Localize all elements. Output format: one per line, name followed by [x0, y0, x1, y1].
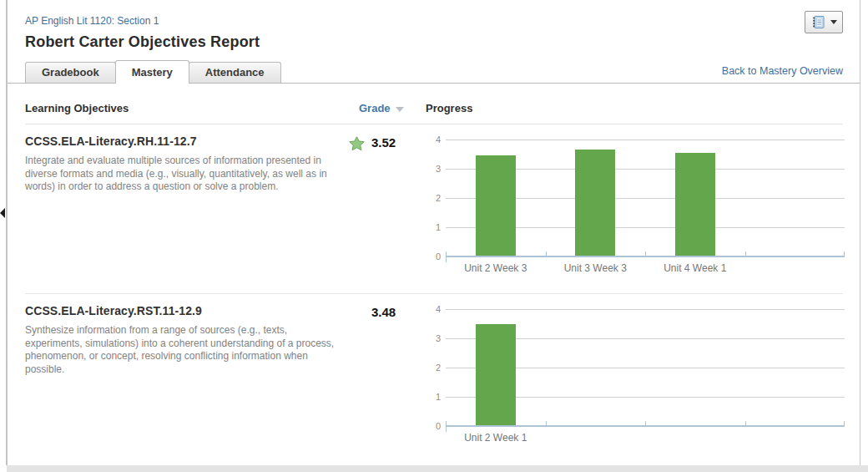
- sort-desc-icon: [396, 107, 404, 112]
- y-axis-tick-label: 1: [426, 391, 441, 403]
- objective-description: Synthesize information from a range of s…: [25, 324, 339, 376]
- mastery-bar-chart: 01234Unit 2 Week 1: [426, 306, 845, 449]
- horizontal-scrollbar[interactable]: [7, 465, 868, 472]
- objective-info: CCSS.ELA-Literacy.RH.11-12.7 Integrate a…: [25, 134, 349, 280]
- y-axis-tick-label: 0: [426, 420, 441, 432]
- breadcrumb[interactable]: AP English Lit 1120: Section 1: [25, 15, 159, 27]
- panel-right-border: [860, 0, 860, 465]
- x-axis-line: [446, 256, 845, 257]
- grade-value: 3.48: [371, 305, 396, 319]
- tab-attendance[interactable]: Attendance: [189, 62, 281, 83]
- objectives-table: Learning Objectives Grade Progress CCSS.…: [8, 84, 860, 463]
- tab-mastery[interactable]: Mastery: [115, 60, 189, 84]
- back-to-mastery-link[interactable]: Back to Mastery Overview: [722, 65, 843, 83]
- bar: [476, 155, 516, 256]
- y-axis-tick-label: 2: [426, 362, 441, 373]
- star-placeholder: [349, 305, 371, 306]
- progress-cell: 01234Unit 2 Week 3Unit 3 Week 3Unit 4 We…: [426, 134, 845, 280]
- grade-value: 3.52: [371, 135, 396, 150]
- collapse-panel-arrow-icon[interactable]: [0, 208, 5, 218]
- objective-info: CCSS.ELA-Literacy.RST.11-12.9 Synthesize…: [25, 304, 349, 449]
- column-header-objectives: Learning Objectives: [25, 102, 349, 114]
- x-axis-line: [446, 425, 845, 427]
- caret-down-icon: [830, 20, 837, 24]
- tab-bar: Gradebook Mastery Attendance Back to Mas…: [8, 60, 860, 84]
- bar: [575, 150, 615, 256]
- column-header-progress: Progress: [426, 102, 843, 114]
- grade-cell: 3.52: [349, 134, 426, 280]
- objective-description: Integrate and evaluate multiple sources …: [25, 155, 339, 194]
- objective-row: CCSS.ELA-Literacy.RH.11-12.7 Integrate a…: [25, 124, 843, 293]
- page-title: Robert Carter Objectives Report: [25, 33, 843, 51]
- panel-left-border: [6, 0, 8, 465]
- tab-gradebook[interactable]: Gradebook: [25, 62, 116, 83]
- y-axis-tick-label: 0: [426, 251, 441, 262]
- report-menu-button[interactable]: [805, 11, 843, 33]
- mastery-bar-chart: 01234Unit 2 Week 3Unit 3 Week 3Unit 4 We…: [426, 136, 845, 280]
- x-axis-category-label: Unit 3 Week 3: [546, 262, 646, 274]
- y-axis-tick-label: 3: [426, 332, 441, 344]
- bar: [476, 324, 516, 426]
- y-axis-tick-label: 3: [426, 163, 441, 175]
- column-header-grade: Grade: [349, 102, 426, 114]
- grade-cell: 3.48: [349, 304, 426, 449]
- table-header-row: Learning Objectives Grade Progress: [25, 84, 843, 124]
- x-axis-category-label: Unit 4 Week 1: [645, 262, 745, 274]
- objective-code: CCSS.ELA-Literacy.RH.11-12.7: [25, 134, 339, 148]
- y-axis-tick-label: 4: [426, 134, 441, 145]
- y-axis-tick-label: 1: [426, 221, 441, 233]
- notebook-icon: [811, 15, 825, 29]
- mastery-star-icon: [349, 135, 371, 155]
- objective-row: CCSS.ELA-Literacy.RST.11-12.9 Synthesize…: [25, 293, 843, 463]
- report-panel: AP English Lit 1120: Section 1 Robert Ca…: [8, 0, 860, 465]
- grade-sort-link[interactable]: Grade: [359, 102, 391, 114]
- x-axis-category-label: Unit 2 Week 1: [446, 432, 546, 444]
- report-header: AP English Lit 1120: Section 1 Robert Ca…: [8, 0, 860, 51]
- y-axis-tick-label: 4: [426, 303, 441, 315]
- app-window: AP English Lit 1120: Section 1 Robert Ca…: [0, 0, 868, 472]
- bar: [675, 153, 715, 256]
- y-axis-tick-label: 2: [426, 192, 441, 204]
- progress-cell: 01234Unit 2 Week 1: [426, 304, 845, 449]
- x-axis-category-label: Unit 2 Week 3: [446, 262, 546, 274]
- objective-code: CCSS.ELA-Literacy.RST.11-12.9: [25, 304, 339, 317]
